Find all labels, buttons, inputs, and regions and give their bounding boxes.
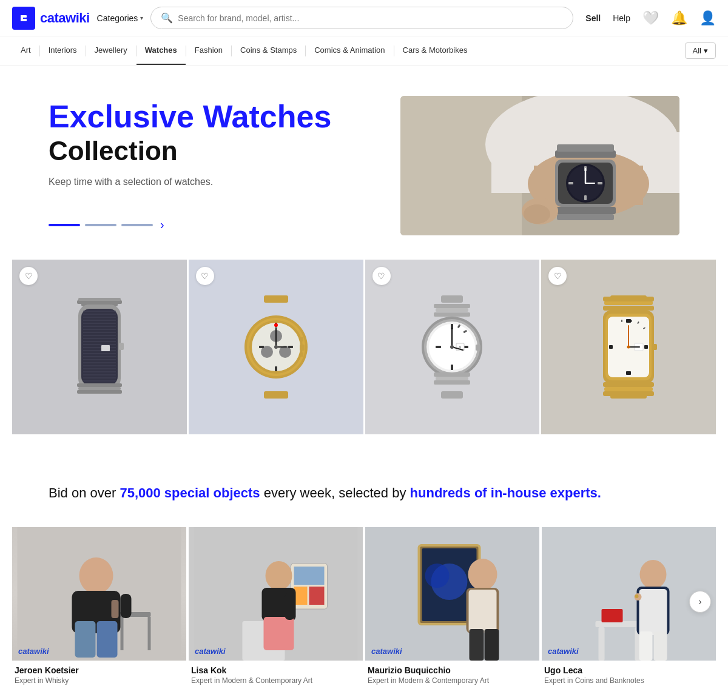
svg-rect-55 [119, 343, 124, 350]
hero-pagination: › [49, 218, 376, 232]
wishlist-button-2[interactable]: ♡ [196, 267, 214, 285]
svg-rect-17 [598, 182, 602, 184]
dot-2[interactable] [85, 224, 116, 226]
svg-rect-37 [83, 332, 116, 333]
svg-rect-52 [83, 377, 116, 379]
svg-rect-132 [148, 617, 151, 650]
categories-button[interactable]: Categories ▾ [97, 13, 144, 23]
wishlist-button-3[interactable]: ♡ [372, 267, 391, 285]
svg-rect-40 [83, 341, 116, 342]
svg-rect-47 [83, 362, 116, 363]
expert-card-3[interactable]: catawiki Maurizio Buquicchio Expert in M… [365, 527, 539, 685]
svg-point-145 [266, 561, 292, 590]
tab-cars-motorbikes[interactable]: Cars & Motorbikes [394, 36, 476, 66]
search-bar[interactable]: 🔍 [150, 7, 573, 29]
watch-card-4[interactable]: ♡ [541, 260, 716, 434]
help-button[interactable]: Help [613, 13, 630, 23]
all-label: All [693, 46, 701, 55]
heart-icon-3: ♡ [377, 271, 385, 281]
svg-rect-148 [285, 593, 295, 620]
tab-art[interactable]: Art [12, 36, 39, 66]
experts-grid: catawiki Jeroen Koetsier Expert in Whisk… [12, 527, 716, 685]
svg-rect-44 [83, 353, 116, 354]
all-chevron-icon: ▾ [704, 46, 708, 55]
header-actions: Sell Help 🤍 🔔 👤 [585, 10, 716, 26]
svg-rect-100 [436, 377, 468, 380]
svg-rect-88 [451, 365, 453, 370]
tab-watches[interactable]: Watches [136, 36, 186, 66]
expert-image-1: catawiki [12, 527, 186, 661]
svg-rect-45 [83, 356, 116, 357]
hero-content: Exclusive Watches Collection Keep time w… [49, 99, 376, 232]
svg-rect-58 [77, 390, 122, 394]
svg-rect-110 [626, 319, 631, 323]
hero-section: Exclusive Watches Collection Keep time w… [0, 66, 728, 260]
svg-rect-143 [294, 587, 308, 605]
bid-prefix: Bid on over [49, 485, 120, 500]
favorites-icon[interactable]: 🤍 [642, 10, 659, 26]
svg-rect-114 [631, 320, 632, 322]
svg-rect-122 [652, 344, 657, 350]
svg-rect-157 [470, 629, 484, 661]
expert-card-1[interactable]: catawiki Jeroen Koetsier Expert in Whisk… [12, 527, 186, 685]
svg-rect-15 [584, 195, 587, 200]
tab-coins-stamps[interactable]: Coins & Stamps [232, 36, 305, 66]
svg-rect-163 [602, 609, 623, 622]
tab-interiors[interactable]: Interiors [40, 36, 86, 66]
expert-role-4: Expert in Coins and Banknotes [542, 676, 716, 685]
expert-name-2: Lisa Kok [189, 665, 363, 675]
hero-title: Exclusive Watches [49, 99, 376, 134]
bid-highlight-2[interactable]: hundreds of in-house experts. [410, 485, 601, 500]
catawiki-watermark-2: catawiki [195, 647, 226, 656]
svg-rect-71 [275, 366, 277, 371]
svg-rect-136 [97, 621, 118, 658]
svg-rect-31 [83, 314, 116, 315]
bid-text: Bid on over 75,000 special objects every… [49, 483, 679, 503]
wishlist-button-4[interactable]: ♡ [548, 267, 567, 285]
svg-point-74 [274, 323, 278, 327]
dot-1[interactable] [49, 224, 80, 226]
svg-rect-102 [434, 312, 470, 317]
wishlist-button-1[interactable]: ♡ [19, 267, 38, 285]
next-arrow-icon[interactable]: › [160, 218, 164, 232]
svg-point-164 [640, 560, 667, 589]
heart-icon-1: ♡ [25, 271, 33, 281]
svg-point-121 [627, 345, 630, 348]
svg-rect-124 [604, 387, 653, 391]
svg-rect-43 [83, 350, 116, 351]
expert-image-2: catawiki [189, 527, 363, 661]
svg-rect-81 [441, 295, 463, 303]
svg-rect-135 [75, 621, 96, 658]
user-icon[interactable]: 👤 [699, 10, 716, 26]
search-input[interactable] [178, 13, 563, 23]
bid-highlight-1[interactable]: 75,000 special objects [120, 485, 260, 500]
watch-image-1 [60, 295, 139, 399]
dot-3[interactable] [121, 224, 153, 226]
svg-rect-103 [436, 308, 468, 312]
expert-role-3: Expert in Modern & Contemporary Art [365, 676, 539, 685]
sell-button[interactable]: Sell [585, 13, 601, 23]
catawiki-watermark-1: catawiki [18, 647, 49, 656]
watch-card-3[interactable]: ♡ 4 [365, 260, 540, 434]
watch-card-2[interactable]: ♡ [189, 260, 363, 434]
svg-rect-51 [83, 374, 116, 375]
svg-rect-21 [557, 214, 614, 220]
experts-next-button[interactable]: › [689, 591, 711, 613]
svg-rect-35 [83, 326, 116, 327]
svg-point-77 [274, 345, 278, 349]
notifications-icon[interactable]: 🔔 [671, 10, 687, 26]
expert-card-2[interactable]: catawiki Lisa Kok Expert in Modern & Con… [189, 527, 363, 685]
tab-jewellery[interactable]: Jewellery [86, 36, 136, 66]
svg-rect-113 [644, 345, 648, 349]
svg-rect-57 [78, 387, 121, 390]
watch-card-1[interactable]: ♡ [12, 260, 187, 434]
logo-area[interactable]: catawiki [12, 7, 90, 30]
tab-comics-animation[interactable]: Comics & Animation [306, 36, 393, 66]
svg-rect-49 [83, 368, 116, 369]
all-button[interactable]: All ▾ [685, 42, 716, 59]
tab-fashion[interactable]: Fashion [186, 36, 231, 66]
svg-rect-128 [603, 297, 654, 301]
svg-rect-111 [626, 371, 631, 375]
svg-rect-39 [83, 338, 116, 339]
svg-rect-101 [434, 380, 470, 385]
